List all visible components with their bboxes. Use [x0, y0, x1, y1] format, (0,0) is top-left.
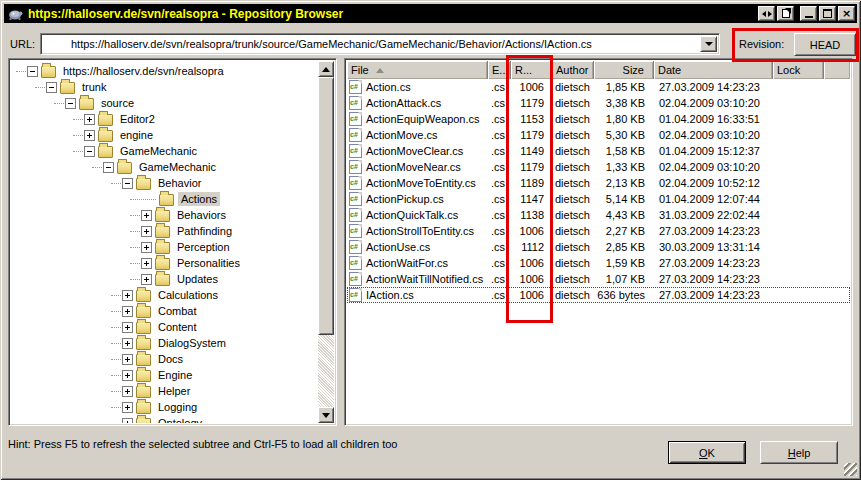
column-header-date[interactable]: Date	[654, 61, 773, 79]
collapse-minus-icon[interactable]	[103, 162, 114, 173]
expand-plus-icon[interactable]	[122, 290, 133, 301]
tree-item[interactable]: Logging	[11, 399, 318, 415]
tree-item-label: Editor2	[117, 112, 158, 126]
expand-plus-icon[interactable]	[141, 226, 152, 237]
tree-connector	[16, 71, 26, 72]
close-button[interactable]: ×	[838, 6, 855, 21]
tree-item-label: Actions	[178, 192, 220, 206]
url-dropdown-button[interactable]	[700, 36, 717, 52]
cell-size: 4,43 KB	[594, 209, 654, 221]
expand-plus-icon[interactable]	[122, 338, 133, 349]
column-header-file[interactable]: File	[347, 61, 488, 79]
scrollbar-thumb[interactable]	[318, 77, 334, 335]
tree-item[interactable]: engine	[11, 127, 318, 143]
expand-plus-icon[interactable]	[122, 322, 133, 333]
tree-item[interactable]: Actions	[11, 191, 318, 207]
tree-connector	[111, 423, 121, 424]
tree-item[interactable]: Personalities	[11, 255, 318, 271]
file-row[interactable]: IAction.cs.cs1006dietsch636 bytes27.03.2…	[347, 287, 850, 303]
panel-splitter[interactable]	[337, 58, 344, 426]
tree-item[interactable]: https://halloserv.de/svn/realsopra	[11, 63, 318, 79]
tree-item[interactable]: trunk	[11, 79, 318, 95]
tree-item[interactable]: Content	[11, 319, 318, 335]
tree-item[interactable]: Behavior	[11, 175, 318, 191]
expand-plus-icon[interactable]	[122, 370, 133, 381]
tree-item[interactable]: Calculations	[11, 287, 318, 303]
scroll-up-button[interactable]	[318, 61, 334, 77]
file-row[interactable]: ActionStrollToEntity.cs.cs1006dietsch2,2…	[347, 223, 850, 239]
file-row[interactable]: ActionEquipWeapon.cs.cs1153dietsch1,80 K…	[347, 111, 850, 127]
file-row[interactable]: ActionMoveClear.cs.cs1149dietsch1,58 KB0…	[347, 143, 850, 159]
collapse-minus-icon[interactable]	[46, 82, 57, 93]
url-input[interactable]	[71, 36, 696, 52]
tree-item[interactable]: GameMechanic	[11, 159, 318, 175]
titlebar[interactable]: https://halloserv.de/svn/realsopra - Rep…	[4, 4, 857, 23]
column-header-filler	[824, 61, 850, 79]
maximize-button[interactable]	[819, 6, 836, 21]
url-combobox[interactable]	[40, 33, 720, 55]
tree-item[interactable]: Editor2	[11, 111, 318, 127]
expand-plus-icon[interactable]	[141, 242, 152, 253]
tree-connector	[35, 87, 45, 88]
help-button[interactable]: Help	[760, 441, 838, 464]
file-name: ActionWaitTillNotified.cs	[366, 273, 483, 285]
folder-icon	[136, 386, 151, 398]
cell-author: dietsch	[552, 289, 594, 301]
file-row[interactable]: ActionQuickTalk.cs.cs1138dietsch4,43 KB3…	[347, 207, 850, 223]
resize-grip[interactable]	[844, 463, 857, 476]
collapse-minus-icon[interactable]	[27, 66, 38, 77]
expand-plus-icon[interactable]	[141, 274, 152, 285]
tree-item[interactable]: GameMechanic	[11, 143, 318, 159]
expand-plus-icon[interactable]	[84, 130, 95, 141]
tree-item[interactable]: Behaviors	[11, 207, 318, 223]
expand-plus-icon[interactable]	[122, 418, 133, 424]
file-row[interactable]: ActionAttack.cs.cs1179dietsch3,38 KB02.0…	[347, 95, 850, 111]
file-row[interactable]: ActionWaitFor.cs.cs1006dietsch1,59 KB27.…	[347, 255, 850, 271]
tree-item[interactable]: Helper	[11, 383, 318, 399]
tree-item[interactable]: Combat	[11, 303, 318, 319]
dock-button[interactable]	[758, 6, 775, 21]
expand-plus-icon[interactable]	[122, 386, 133, 397]
tree-item[interactable]: Engine	[11, 367, 318, 383]
expand-plus-icon[interactable]	[122, 354, 133, 365]
cell-ext: .cs	[488, 241, 511, 253]
expand-plus-icon[interactable]	[141, 210, 152, 221]
tree-connector	[111, 327, 121, 328]
cell-author: dietsch	[552, 225, 594, 237]
expand-plus-icon[interactable]	[84, 114, 95, 125]
minimize-button[interactable]	[800, 6, 817, 21]
file-row[interactable]: ActionMove.cs.cs1179dietsch5,30 KB02.04.…	[347, 127, 850, 143]
tree-item[interactable]: source	[11, 95, 318, 111]
column-header-lock[interactable]: Lock	[773, 61, 824, 79]
file-row[interactable]: ActionUse.cs.cs1112dietsch2,85 KB30.03.2…	[347, 239, 850, 255]
column-header-size[interactable]: Size	[594, 61, 654, 79]
tree-item[interactable]: Docs	[11, 351, 318, 367]
tree-item[interactable]: Perception	[11, 239, 318, 255]
cell-author: dietsch	[552, 257, 594, 269]
collapse-minus-icon[interactable]	[65, 98, 76, 109]
cell-size: 1,58 KB	[594, 145, 654, 157]
expand-plus-icon[interactable]	[122, 306, 133, 317]
column-header-rev[interactable]: R...	[511, 61, 552, 79]
tree-scrollbar[interactable]	[318, 61, 334, 423]
column-header-author[interactable]: Author	[552, 61, 594, 79]
collapse-minus-icon[interactable]	[84, 146, 95, 157]
file-row[interactable]: ActionPickup.cs.cs1147dietsch5,14 KB01.0…	[347, 191, 850, 207]
file-row[interactable]: ActionWaitTillNotified.cs.cs1006dietsch1…	[347, 271, 850, 287]
tree-item[interactable]: Ontology	[11, 415, 318, 423]
sendto-button[interactable]	[777, 6, 794, 21]
file-name: ActionMove.cs	[366, 129, 438, 141]
tree-item[interactable]: Pathfinding	[11, 223, 318, 239]
tree-item[interactable]: Updates	[11, 271, 318, 287]
revision-head-button[interactable]: HEAD	[794, 33, 856, 56]
expand-plus-icon[interactable]	[141, 258, 152, 269]
file-row[interactable]: ActionMoveNear.cs.cs1179dietsch1,33 KB02…	[347, 159, 850, 175]
expand-plus-icon[interactable]	[122, 402, 133, 413]
file-row[interactable]: Action.cs.cs1006dietsch1,85 KB27.03.2009…	[347, 79, 850, 95]
file-row[interactable]: ActionMoveToEntity.cs.cs1189dietsch2,13 …	[347, 175, 850, 191]
ok-button[interactable]: OK	[668, 441, 746, 464]
scroll-down-button[interactable]	[318, 407, 334, 423]
collapse-minus-icon[interactable]	[122, 178, 133, 189]
tree-item[interactable]: DialogSystem	[11, 335, 318, 351]
column-header-ext[interactable]: E..	[488, 61, 511, 79]
